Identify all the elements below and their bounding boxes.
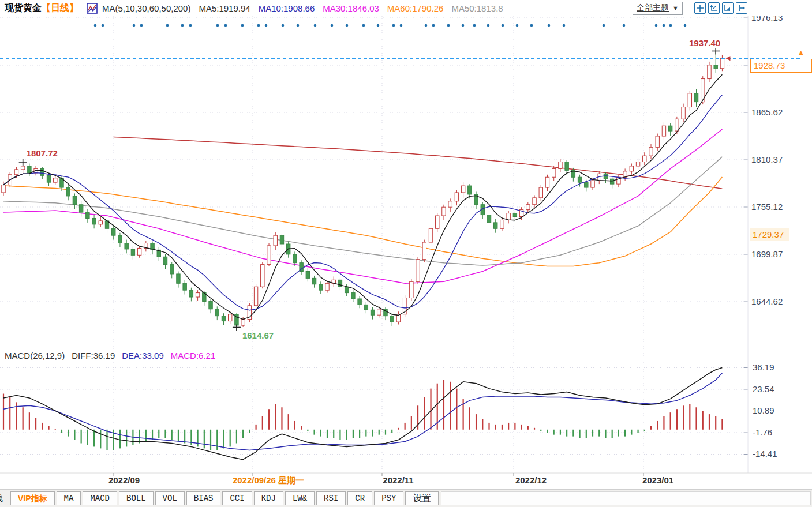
tab-boll[interactable]: BOLL	[119, 491, 154, 505]
ma5-value: MA5:1919.94	[199, 3, 250, 13]
theme-dropdown-label: 全部主题	[637, 3, 669, 13]
tab-cci[interactable]: CCI	[222, 491, 252, 505]
clipped-tab-fragment[interactable]: 线	[0, 493, 9, 504]
dropdown-caret-icon: ▼	[672, 5, 679, 12]
macd-dea-value: DEA:33.09	[122, 351, 164, 360]
svg-text:1937.40: 1937.40	[689, 38, 720, 48]
macd-header: MACD(26,12,9) DIFF:36.19 DEA:33.09 MACD:…	[5, 351, 215, 360]
theme-dropdown[interactable]: 全部主题 ▼	[633, 2, 683, 15]
macd-diff-value: DIFF:36.19	[72, 351, 115, 360]
scale-right-icon[interactable]	[722, 2, 734, 14]
scale-left-icon[interactable]	[708, 2, 720, 14]
svg-text:1614.67: 1614.67	[242, 331, 274, 340]
date-axis-label: 2022/11	[375, 475, 421, 485]
macd-param-label: MACD(26,12,9)	[5, 351, 65, 360]
ma60-value: MA60:1790.26	[387, 3, 444, 13]
svg-text:1807.72: 1807.72	[27, 148, 58, 158]
macd-axis-label: 23.54	[753, 384, 804, 394]
trading-app-window: 现货黄金【日线】 MA(5,10,30,60,50,200) MA5:1919.…	[0, 0, 812, 507]
price-axis-label: 1644.62	[751, 296, 803, 306]
tab-bias[interactable]: BIAS	[186, 491, 221, 505]
price-axis-label: 1699.87	[751, 249, 803, 259]
pan-right-icon[interactable]	[736, 2, 747, 14]
crosshair-icon[interactable]	[694, 2, 706, 14]
selected-price-badge: 1729.37	[750, 228, 789, 241]
tab-settings[interactable]: 设置	[405, 491, 439, 505]
macd-axis-label: 10.89	[753, 405, 804, 415]
ma30-value: MA30:1846.03	[323, 3, 379, 13]
macd-axis-label: 36.19	[753, 362, 804, 372]
chart-header: 现货黄金【日线】 MA(5,10,30,60,50,200) MA5:1919.…	[0, 0, 812, 16]
macd-macd-value: MACD:6.21	[171, 351, 216, 360]
price-up-arrow-icon: ▲	[797, 48, 805, 57]
date-axis-label: 2023/01	[635, 475, 681, 485]
tab-macd[interactable]: MACD	[83, 491, 117, 505]
tab-kdj[interactable]: KDJ	[254, 491, 283, 505]
ma-param-label: MA(5,10,30,60,50,200)	[102, 3, 190, 13]
ma10-value: MA10:1908.66	[259, 3, 315, 13]
date-axis-label: 2022/09	[101, 475, 147, 485]
tab-rsi[interactable]: RSI	[316, 491, 346, 505]
ma50-value: MA50:1813.8	[451, 3, 503, 13]
price-axis-label: 1865.62	[751, 107, 803, 117]
period-label: 【日线】	[42, 2, 78, 14]
tabbar-empty-area	[441, 491, 811, 505]
chart-canvas[interactable]: 1807.721937.401614.67	[0, 16, 812, 489]
tab-lw[interactable]: LW&	[285, 491, 315, 505]
instrument-title: 现货黄金	[5, 2, 42, 14]
chart-type-icon[interactable]	[87, 3, 98, 14]
price-axis-label: 1810.37	[751, 155, 803, 164]
date-axis-label: 2022/12	[508, 475, 554, 485]
tab-vol[interactable]: VOL	[155, 491, 185, 505]
tab-vip-indicator[interactable]: VIP指标	[10, 491, 55, 505]
tab-cr[interactable]: CR	[347, 491, 372, 505]
price-axis-label: 1755.12	[751, 202, 803, 212]
tab-psy[interactable]: PSY	[374, 491, 403, 505]
macd-axis-label: -14.41	[753, 449, 804, 459]
tab-ma[interactable]: MA	[57, 491, 81, 505]
selected-date-label: 2022/09/26 星期一	[219, 475, 317, 486]
current-price-badge: 1928.73	[750, 59, 812, 73]
macd-axis-label: -1.76	[753, 427, 804, 437]
indicator-tabbar: 线 VIP指标 MA MACD BOLL VOL BIAS CCI KDJ LW…	[0, 489, 812, 507]
